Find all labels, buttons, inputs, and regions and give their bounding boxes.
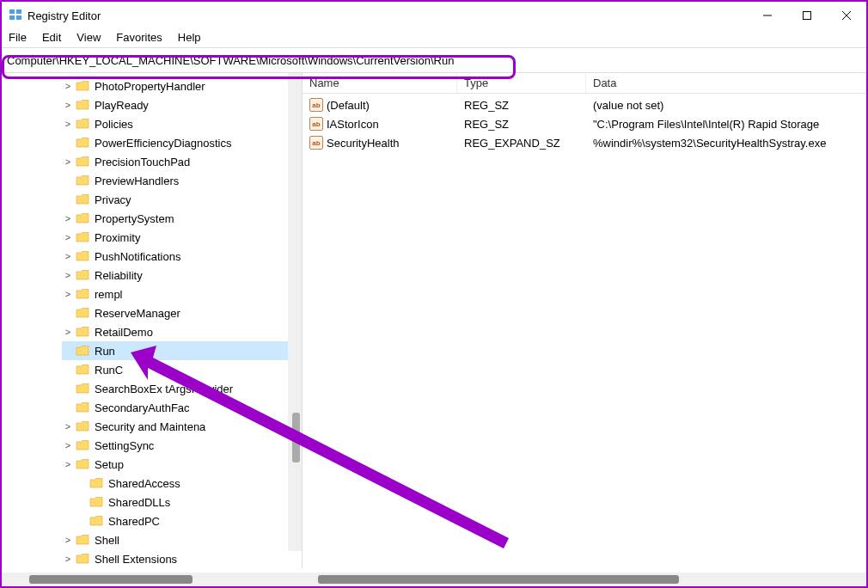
tree-item-runonce[interactable]: RunC: [62, 360, 302, 379]
tree-item-precisiontouchpad[interactable]: >PrecisionTouchPad: [62, 152, 302, 171]
app-icon: [9, 8, 22, 24]
string-value-icon: ab: [309, 136, 323, 150]
tree-item-proximity[interactable]: >Proximity: [62, 228, 302, 247]
folder-icon: [76, 345, 89, 357]
list-header: Name Type Data: [303, 73, 866, 94]
svg-rect-0: [9, 9, 15, 14]
tree-scrollbar-thumb[interactable]: [292, 413, 300, 462]
tree-hscroll-thumb[interactable]: [29, 575, 193, 584]
tree-item-shell-extensions[interactable]: >Shell Extensions: [62, 549, 302, 568]
value-data: (value not set): [586, 99, 866, 112]
tree-item-reservemanager[interactable]: ReserveManager: [62, 303, 302, 322]
expand-icon[interactable]: >: [62, 440, 74, 450]
list-hscroll[interactable]: [303, 573, 866, 586]
folder-icon: [76, 534, 89, 546]
list-pane[interactable]: Name Type Data ab(Default)REG_SZ(value n…: [303, 73, 866, 568]
tree-item-setup[interactable]: >Setup: [62, 455, 302, 474]
list-hscroll-thumb[interactable]: [318, 575, 679, 584]
folder-icon: [76, 193, 89, 205]
tree-item-label: Reliability: [93, 268, 144, 283]
expand-icon[interactable]: >: [62, 119, 74, 129]
window-title: Registry Editor: [28, 9, 101, 22]
menu-edit[interactable]: Edit: [42, 31, 61, 44]
expand-icon[interactable]: >: [62, 251, 74, 261]
tree-item-privacy[interactable]: Privacy: [62, 190, 302, 209]
tree-item-rempl[interactable]: >rempl: [62, 285, 302, 303]
tree-item-pushnotifications[interactable]: >PushNotifications: [62, 247, 302, 266]
folder-icon: [76, 212, 89, 224]
tree-item-playready[interactable]: >PlayReady: [62, 95, 302, 114]
address-input[interactable]: [2, 48, 866, 72]
tree-item-reliability[interactable]: >Reliability: [62, 266, 302, 285]
tree-item-label: SettingSync: [93, 438, 156, 453]
tree-item-label: Policies: [93, 117, 135, 132]
column-name[interactable]: Name: [303, 73, 457, 93]
value-type: REG_SZ: [457, 99, 586, 112]
folder-icon: [76, 401, 89, 413]
tree-item-label: RetailDemo: [93, 325, 155, 340]
tree-item-label: PreviewHandlers: [93, 174, 180, 188]
folder-icon: [76, 231, 89, 243]
folder-icon: [76, 118, 89, 130]
close-button[interactable]: [827, 2, 866, 29]
menu-help[interactable]: Help: [178, 31, 201, 44]
menu-favorites[interactable]: Favorites: [116, 31, 162, 44]
folder-icon: [76, 137, 89, 149]
folder-icon: [76, 156, 89, 168]
tree-item-policies[interactable]: >Policies: [62, 114, 302, 133]
tree-item-searchboxexperimentargsprovider[interactable]: SearchBoxEx tArgsProvider: [62, 379, 302, 398]
expand-icon[interactable]: >: [62, 289, 74, 299]
expand-icon[interactable]: >: [62, 81, 74, 91]
folder-icon: [76, 80, 89, 92]
tree-item-shell[interactable]: >Shell: [62, 530, 302, 549]
tree-item-propertysystem[interactable]: >PropertySystem: [62, 209, 302, 228]
column-type[interactable]: Type: [457, 73, 586, 93]
tree-item-label: PrecisionTouchPad: [93, 155, 192, 169]
tree-item-run[interactable]: Run: [62, 341, 302, 360]
tree-hscroll[interactable]: [2, 573, 303, 586]
tree-item-label: Privacy: [93, 193, 133, 207]
expand-icon[interactable]: >: [62, 232, 74, 242]
expand-icon[interactable]: >: [62, 100, 74, 110]
folder-icon: [76, 553, 89, 565]
value-row[interactable]: abIAStorIconREG_SZ"C:\Program Files\Inte…: [303, 114, 866, 133]
folder-icon: [76, 458, 89, 470]
value-row[interactable]: abSecurityHealthREG_EXPAND_SZ%windir%\sy…: [303, 133, 866, 152]
tree-item-previewhandlers[interactable]: PreviewHandlers: [62, 171, 302, 190]
tree-item-photopropertyhandler[interactable]: >PhotoPropertyHandler: [62, 77, 302, 95]
folder-icon: [76, 439, 89, 451]
tree-scrollbar[interactable]: [288, 73, 302, 551]
tree-pane[interactable]: >PhotoPropertyHandler>PlayReady>Policies…: [2, 73, 303, 568]
tree-item-powerefficiencydiagnostics[interactable]: PowerEfficiencyDiagnostics: [62, 133, 302, 152]
tree-item-settingsync[interactable]: >SettingSync: [62, 436, 302, 455]
tree-item-label: Setup: [93, 457, 125, 472]
tree-item-security-and-maintenance[interactable]: >Security and Maintena: [62, 417, 302, 436]
folder-icon: [76, 288, 89, 300]
tree-item-label: PhotoPropertyHandler: [93, 79, 207, 94]
tree-item-label: SecondaryAuthFac: [93, 401, 192, 415]
value-row[interactable]: ab(Default)REG_SZ(value not set): [303, 95, 866, 114]
folder-icon: [76, 307, 89, 319]
menu-file[interactable]: File: [9, 31, 27, 44]
maximize-button[interactable]: [787, 2, 827, 29]
expand-icon[interactable]: >: [62, 535, 74, 545]
minimize-button[interactable]: [748, 2, 787, 29]
expand-icon[interactable]: >: [62, 213, 74, 224]
value-type: REG_SZ: [457, 118, 586, 131]
folder-icon: [89, 477, 103, 489]
expand-icon[interactable]: >: [62, 270, 74, 280]
tree-item-shareddlls[interactable]: SharedDLLs: [62, 493, 302, 511]
expand-icon[interactable]: >: [62, 327, 74, 337]
expand-icon[interactable]: >: [62, 421, 74, 432]
tree-item-sharedaccess[interactable]: SharedAccess: [62, 474, 302, 493]
column-data[interactable]: Data: [586, 73, 866, 93]
tree-item-sharedpc[interactable]: SharedPC: [62, 511, 302, 530]
tree-item-label: PushNotifications: [93, 249, 182, 264]
tree-item-label: rempl: [93, 287, 125, 302]
expand-icon[interactable]: >: [62, 554, 74, 564]
expand-icon[interactable]: >: [62, 156, 74, 167]
tree-item-secondaryauthfactor[interactable]: SecondaryAuthFac: [62, 398, 302, 417]
expand-icon[interactable]: >: [62, 459, 74, 469]
menu-view[interactable]: View: [76, 31, 101, 44]
tree-item-retaildemo[interactable]: >RetailDemo: [62, 322, 302, 341]
